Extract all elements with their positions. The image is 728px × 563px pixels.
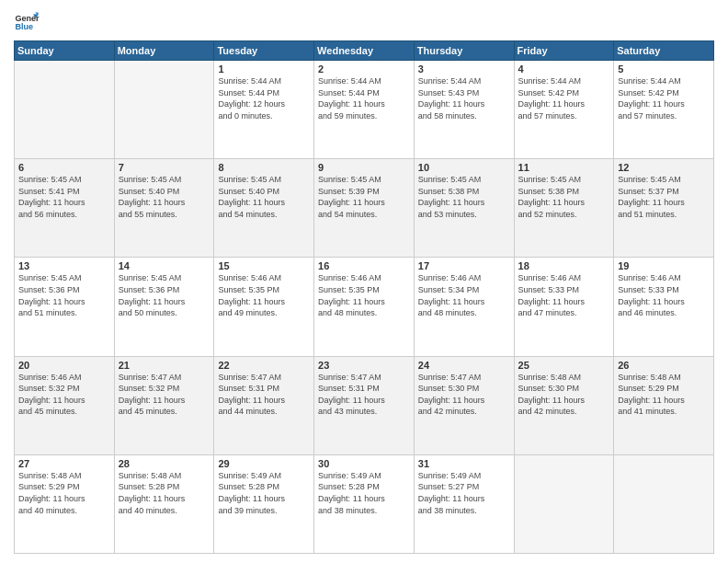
day-detail: Sunrise: 5:47 AM Sunset: 5:30 PM Dayligh…	[418, 372, 510, 418]
day-number: 8	[218, 162, 310, 173]
calendar-cell: 23Sunrise: 5:47 AM Sunset: 5:31 PM Dayli…	[314, 356, 415, 454]
day-detail: Sunrise: 5:48 AM Sunset: 5:28 PM Dayligh…	[119, 470, 210, 516]
day-number: 17	[418, 260, 510, 271]
day-number: 5	[618, 63, 710, 75]
col-header-tuesday: Tuesday	[214, 41, 314, 61]
calendar-cell: 27Sunrise: 5:48 AM Sunset: 5:29 PM Dayli…	[15, 454, 115, 553]
day-number: 21	[119, 360, 210, 371]
calendar-cell: 20Sunrise: 5:46 AM Sunset: 5:32 PM Dayli…	[15, 356, 115, 454]
day-detail: Sunrise: 5:45 AM Sunset: 5:37 PM Dayligh…	[618, 174, 710, 220]
day-detail: Sunrise: 5:48 AM Sunset: 5:30 PM Dayligh…	[518, 372, 610, 418]
col-header-thursday: Thursday	[414, 41, 514, 61]
day-number: 27	[18, 458, 110, 469]
day-detail: Sunrise: 5:44 AM Sunset: 5:43 PM Dayligh…	[418, 75, 510, 121]
day-detail: Sunrise: 5:45 AM Sunset: 5:36 PM Dayligh…	[119, 272, 210, 318]
day-number: 10	[418, 162, 510, 173]
calendar-cell: 24Sunrise: 5:47 AM Sunset: 5:30 PM Dayli…	[414, 356, 514, 454]
calendar-cell: 10Sunrise: 5:45 AM Sunset: 5:38 PM Dayli…	[414, 159, 514, 258]
day-detail: Sunrise: 5:46 AM Sunset: 5:33 PM Dayligh…	[618, 272, 710, 318]
page: General Blue SundayMondayTuesdayWednesda…	[0, 0, 728, 563]
day-number: 4	[518, 63, 610, 75]
day-detail: Sunrise: 5:49 AM Sunset: 5:28 PM Dayligh…	[318, 470, 410, 516]
header: General Blue	[14, 9, 714, 35]
day-detail: Sunrise: 5:45 AM Sunset: 5:41 PM Dayligh…	[18, 174, 110, 220]
calendar-cell: 22Sunrise: 5:47 AM Sunset: 5:31 PM Dayli…	[214, 356, 314, 454]
calendar-cell: 4Sunrise: 5:44 AM Sunset: 5:42 PM Daylig…	[514, 61, 614, 159]
calendar-week-4: 20Sunrise: 5:46 AM Sunset: 5:32 PM Dayli…	[15, 356, 714, 454]
day-number: 20	[18, 360, 110, 371]
day-number: 24	[418, 360, 510, 371]
col-header-wednesday: Wednesday	[314, 41, 415, 61]
calendar-cell: 15Sunrise: 5:46 AM Sunset: 5:35 PM Dayli…	[214, 258, 314, 356]
calendar-cell: 2Sunrise: 5:44 AM Sunset: 5:44 PM Daylig…	[314, 61, 415, 159]
calendar-cell	[114, 61, 214, 159]
calendar-cell: 26Sunrise: 5:48 AM Sunset: 5:29 PM Dayli…	[614, 356, 714, 454]
col-header-friday: Friday	[514, 41, 614, 61]
logo: General Blue	[14, 9, 40, 35]
day-number: 13	[18, 260, 110, 271]
calendar-cell: 12Sunrise: 5:45 AM Sunset: 5:37 PM Dayli…	[614, 159, 714, 258]
day-number: 29	[218, 458, 310, 469]
day-number: 14	[119, 260, 210, 271]
day-number: 22	[218, 360, 310, 371]
day-detail: Sunrise: 5:47 AM Sunset: 5:32 PM Dayligh…	[119, 372, 210, 418]
day-number: 16	[318, 260, 410, 271]
calendar-cell	[514, 454, 614, 553]
col-header-saturday: Saturday	[614, 41, 714, 61]
svg-text:Blue: Blue	[15, 22, 33, 31]
calendar-week-3: 13Sunrise: 5:45 AM Sunset: 5:36 PM Dayli…	[15, 258, 714, 356]
calendar-week-1: 1Sunrise: 5:44 AM Sunset: 5:44 PM Daylig…	[15, 61, 714, 159]
calendar-cell: 28Sunrise: 5:48 AM Sunset: 5:28 PM Dayli…	[114, 454, 214, 553]
day-detail: Sunrise: 5:45 AM Sunset: 5:40 PM Dayligh…	[119, 174, 210, 220]
day-detail: Sunrise: 5:47 AM Sunset: 5:31 PM Dayligh…	[318, 372, 410, 418]
day-number: 26	[618, 360, 710, 371]
day-number: 30	[318, 458, 410, 469]
calendar-cell: 9Sunrise: 5:45 AM Sunset: 5:39 PM Daylig…	[314, 159, 415, 258]
day-number: 9	[318, 162, 410, 173]
day-number: 3	[418, 63, 510, 75]
day-detail: Sunrise: 5:45 AM Sunset: 5:39 PM Dayligh…	[318, 174, 410, 220]
calendar-cell: 30Sunrise: 5:49 AM Sunset: 5:28 PM Dayli…	[314, 454, 415, 553]
calendar-cell: 25Sunrise: 5:48 AM Sunset: 5:30 PM Dayli…	[514, 356, 614, 454]
calendar-cell: 6Sunrise: 5:45 AM Sunset: 5:41 PM Daylig…	[15, 159, 115, 258]
day-detail: Sunrise: 5:46 AM Sunset: 5:34 PM Dayligh…	[418, 272, 510, 318]
day-number: 15	[218, 260, 310, 271]
day-number: 31	[418, 458, 510, 469]
calendar-cell: 8Sunrise: 5:45 AM Sunset: 5:40 PM Daylig…	[214, 159, 314, 258]
col-header-monday: Monday	[114, 41, 214, 61]
calendar-cell: 31Sunrise: 5:49 AM Sunset: 5:27 PM Dayli…	[414, 454, 514, 553]
day-detail: Sunrise: 5:45 AM Sunset: 5:38 PM Dayligh…	[418, 174, 510, 220]
day-number: 6	[18, 162, 110, 173]
calendar-cell: 5Sunrise: 5:44 AM Sunset: 5:42 PM Daylig…	[614, 61, 714, 159]
day-number: 25	[518, 360, 610, 371]
day-number: 1	[218, 63, 310, 75]
calendar-cell: 18Sunrise: 5:46 AM Sunset: 5:33 PM Dayli…	[514, 258, 614, 356]
day-number: 23	[318, 360, 410, 371]
day-detail: Sunrise: 5:44 AM Sunset: 5:42 PM Dayligh…	[518, 75, 610, 121]
calendar-cell: 13Sunrise: 5:45 AM Sunset: 5:36 PM Dayli…	[15, 258, 115, 356]
day-detail: Sunrise: 5:45 AM Sunset: 5:40 PM Dayligh…	[218, 174, 310, 220]
day-detail: Sunrise: 5:49 AM Sunset: 5:28 PM Dayligh…	[218, 470, 310, 516]
calendar-cell: 16Sunrise: 5:46 AM Sunset: 5:35 PM Dayli…	[314, 258, 415, 356]
day-detail: Sunrise: 5:44 AM Sunset: 5:42 PM Dayligh…	[618, 75, 710, 121]
day-detail: Sunrise: 5:44 AM Sunset: 5:44 PM Dayligh…	[318, 75, 410, 121]
day-number: 12	[618, 162, 710, 173]
day-detail: Sunrise: 5:46 AM Sunset: 5:32 PM Dayligh…	[18, 372, 110, 418]
day-detail: Sunrise: 5:45 AM Sunset: 5:36 PM Dayligh…	[18, 272, 110, 318]
calendar-cell: 17Sunrise: 5:46 AM Sunset: 5:34 PM Dayli…	[414, 258, 514, 356]
calendar-cell: 14Sunrise: 5:45 AM Sunset: 5:36 PM Dayli…	[114, 258, 214, 356]
day-number: 11	[518, 162, 610, 173]
calendar-cell: 21Sunrise: 5:47 AM Sunset: 5:32 PM Dayli…	[114, 356, 214, 454]
day-detail: Sunrise: 5:49 AM Sunset: 5:27 PM Dayligh…	[418, 470, 510, 516]
calendar-week-5: 27Sunrise: 5:48 AM Sunset: 5:29 PM Dayli…	[15, 454, 714, 553]
calendar-cell: 19Sunrise: 5:46 AM Sunset: 5:33 PM Dayli…	[614, 258, 714, 356]
calendar-cell: 29Sunrise: 5:49 AM Sunset: 5:28 PM Dayli…	[214, 454, 314, 553]
calendar-cell	[15, 61, 115, 159]
day-detail: Sunrise: 5:48 AM Sunset: 5:29 PM Dayligh…	[618, 372, 710, 418]
logo-icon: General Blue	[14, 9, 40, 35]
calendar-cell: 7Sunrise: 5:45 AM Sunset: 5:40 PM Daylig…	[114, 159, 214, 258]
day-number: 18	[518, 260, 610, 271]
day-detail: Sunrise: 5:48 AM Sunset: 5:29 PM Dayligh…	[18, 470, 110, 516]
day-detail: Sunrise: 5:46 AM Sunset: 5:35 PM Dayligh…	[318, 272, 410, 318]
day-detail: Sunrise: 5:45 AM Sunset: 5:38 PM Dayligh…	[518, 174, 610, 220]
